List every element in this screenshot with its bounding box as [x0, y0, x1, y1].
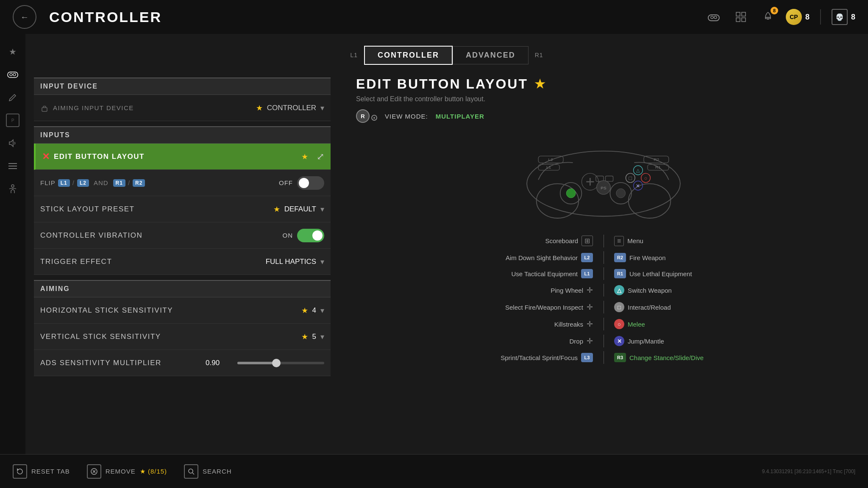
controller-diagram: △ ○ □ ✕ PS L2 L1 R2 R1: [523, 131, 684, 225]
square-badge: □: [614, 302, 624, 312]
trigger-effect-row[interactable]: TRIGGER EFFECT FULL HAPTICS ▾: [34, 249, 331, 275]
scoreboard-label: Scoreboard: [545, 237, 578, 244]
flip-toggle-wrap: OFF: [279, 176, 324, 190]
tactical-label: Use Tactical Equipment: [512, 270, 578, 277]
ads-label: Aim Down Sight Behavior: [506, 254, 578, 261]
sidebar-audio-icon[interactable]: [3, 134, 22, 152]
r2-badge: R2: [133, 179, 145, 187]
divider-8: [597, 350, 610, 365]
sidebar-profile-icon[interactable]: P: [3, 111, 22, 130]
stick-layout-star: ★: [273, 205, 280, 214]
search-label: SEARCH: [203, 468, 232, 475]
svg-text:○: ○: [644, 175, 648, 181]
inputs-header: INPUTS: [34, 126, 331, 144]
tab-nav: L1 CONTROLLER ADVANCED R1: [25, 42, 868, 68]
drop-left: Drop ✛: [356, 333, 593, 349]
scoreboard-badge: ⊞: [581, 236, 593, 246]
search-action[interactable]: SEARCH: [184, 464, 232, 479]
svg-rect-5: [736, 18, 740, 22]
remove-icon: [87, 464, 101, 479]
tab-controller[interactable]: CONTROLLER: [364, 46, 453, 65]
r1-badge: R1: [113, 179, 125, 187]
fire-label: Fire Weapon: [629, 254, 666, 261]
r1-btn-badge: R1: [614, 269, 626, 278]
ads-sensitivity-value: 0.90: [206, 359, 227, 367]
divider-4: [597, 283, 610, 298]
sidebar-controller-icon[interactable]: [3, 65, 22, 84]
flip-text: FLIP: [40, 179, 56, 186]
vibration-label: CONTROLLER VIBRATION: [40, 231, 283, 240]
coin-count: 8: [805, 13, 810, 22]
svg-rect-7: [8, 72, 18, 78]
melee-right: ○ Melee: [614, 316, 851, 332]
svg-point-21: [616, 189, 626, 198]
svg-point-48: [189, 469, 193, 473]
v-sensitivity-row[interactable]: VERTICAL STICK SENSITIVITY ★ 5 ▾: [34, 324, 331, 350]
r2-btn-badge: R2: [614, 253, 626, 262]
svg-line-49: [192, 473, 194, 474]
l1-btn-badge: L1: [581, 269, 593, 278]
select-fire-left: Select Fire/Weapon Inspect ✛: [356, 299, 593, 315]
aiming-header: AIMING: [34, 280, 331, 297]
view-mode-row: R ● VIEW MODE: MULTIPLAYER: [356, 109, 851, 123]
lethal-label: Use Lethal Equipment: [629, 270, 692, 277]
bell-icon[interactable]: 8: [759, 8, 777, 26]
flip-row[interactable]: FLIP L1 / L2 AND R1 / R2 OFF: [34, 170, 331, 196]
flip-toggle[interactable]: [297, 176, 324, 190]
trigger-effect-label: TRIGGER EFFECT: [40, 258, 266, 266]
controller-icon[interactable]: [704, 8, 723, 26]
remove-action[interactable]: REMOVE ★ (8/15): [87, 464, 167, 479]
h-sensitivity-row[interactable]: HORIZONTAL STICK SENSITIVITY ★ 4 ▾: [34, 297, 331, 324]
edit-button-layout-row[interactable]: ✕ EDIT BUTTON LAYOUT ★ ⤢: [34, 144, 331, 170]
right-panel-title-text: EDIT BUTTON LAYOUT: [356, 76, 528, 92]
stick-layout-expand: ▾: [320, 205, 324, 214]
h-sensitivity-label: HORIZONTAL STICK SENSITIVITY: [40, 306, 297, 315]
tab-advanced[interactable]: ADVANCED: [453, 46, 529, 64]
ads-slider-fill: [237, 362, 276, 364]
sidebar-menu-icon[interactable]: [3, 157, 22, 175]
sidebar-favorite-icon[interactable]: ★: [3, 42, 22, 61]
grid-icon[interactable]: [732, 8, 750, 26]
trigger-effect-expand: ▾: [320, 257, 324, 266]
view-mode-label: VIEW MODE:: [385, 113, 428, 120]
sidebar-edit-icon[interactable]: [3, 88, 22, 107]
stick-layout-row[interactable]: STICK LAYOUT PRESET ★ DEFAULT ▾: [34, 196, 331, 222]
sidebar-accessibility-icon[interactable]: [3, 180, 22, 198]
aiming-input-device-row[interactable]: AIMING INPUT DEVICE ★ CONTROLLER ▾: [34, 95, 331, 121]
aiming-star-icon: ★: [256, 103, 263, 113]
dpad-select-icon: ✛: [587, 302, 593, 312]
svg-text:PS: PS: [601, 186, 606, 190]
right-panel-title: EDIT BUTTON LAYOUT ★: [356, 76, 851, 92]
dpad-killstreaks-icon: ✛: [587, 319, 593, 329]
reset-tab-label: RESET TAB: [31, 468, 70, 475]
edit-button-label: EDIT BUTTON LAYOUT: [54, 152, 297, 161]
svg-text:L1: L1: [546, 165, 551, 169]
v-sensitivity-expand: ▾: [320, 332, 324, 341]
button-layout-list: Scoreboard ⊞ ≡ Menu Aim Down Sight Behav…: [356, 233, 851, 365]
left-sidebar: ★ P: [0, 34, 25, 454]
divider-7: [597, 333, 610, 349]
menu-right: ≡ Menu: [614, 233, 851, 249]
svg-rect-6: [742, 18, 746, 22]
svg-point-19: [566, 189, 576, 198]
vibration-toggle[interactable]: [297, 229, 324, 242]
controller-vibration-row[interactable]: CONTROLLER VIBRATION ON: [34, 222, 331, 249]
vibration-value: ON: [283, 232, 293, 239]
coin-display: CP 8: [786, 9, 810, 25]
svg-point-9: [13, 73, 16, 76]
ads-sensitivity-label: ADS SENSITIVITY MULTIPLIER: [40, 359, 206, 367]
reset-tab-action[interactable]: RESET TAB: [13, 464, 70, 479]
ads-slider-wrap: 0.90: [206, 359, 324, 367]
circle-badge: ○: [614, 319, 624, 329]
back-icon: ←: [20, 12, 29, 22]
back-button[interactable]: ←: [13, 5, 36, 29]
ads-sensitivity-row[interactable]: ADS SENSITIVITY MULTIPLIER 0.90: [34, 350, 331, 376]
menu-badge: ≡: [614, 236, 624, 246]
top-bar: ← CONTROLLER 8: [0, 0, 868, 34]
svg-rect-34: [606, 176, 613, 181]
rb-dot: ●: [371, 115, 377, 121]
v-sensitivity-label: VERTICAL STICK SENSITIVITY: [40, 333, 297, 341]
ads-slider-track[interactable]: [237, 362, 324, 364]
select-fire-label: Select Fire/Weapon Inspect: [505, 304, 583, 311]
edit-button-star: ★: [301, 152, 308, 161]
